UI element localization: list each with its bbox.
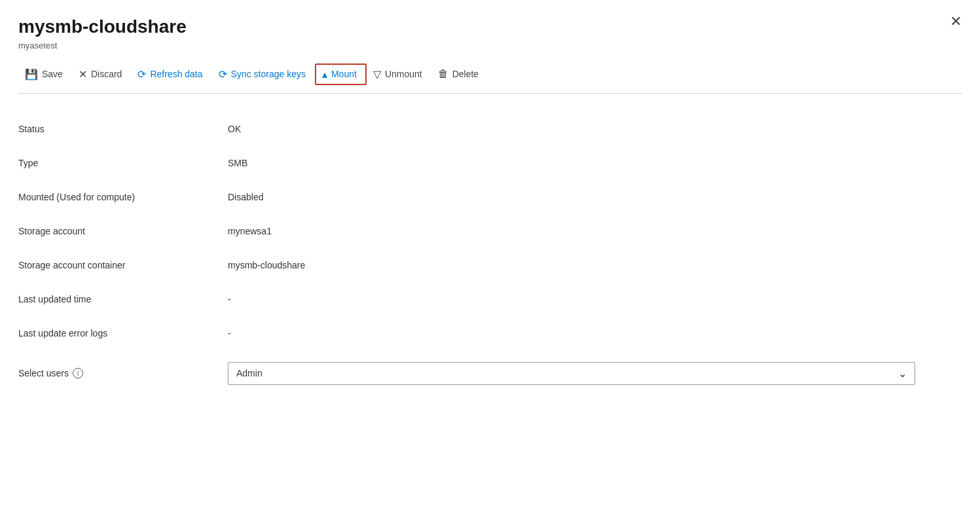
- discard-button[interactable]: ✕ Discard: [72, 64, 131, 84]
- save-icon: 💾: [25, 68, 38, 81]
- field-value-status: OK: [228, 112, 962, 146]
- field-value-storage-account: mynewsa1: [228, 214, 962, 248]
- toolbar: 💾 Save ✕ Discard ⟳ Refresh data ⟳ Sync s…: [18, 64, 962, 94]
- field-label-select-users: Select users i: [18, 350, 228, 397]
- select-users-info-icon[interactable]: i: [73, 368, 83, 378]
- select-users-dropdown[interactable]: Admin ⌄: [228, 362, 915, 385]
- refresh-icon: ⟳: [137, 68, 146, 81]
- close-button[interactable]: ✕: [950, 14, 962, 29]
- delete-button[interactable]: 🗑 Delete: [431, 64, 488, 84]
- chevron-down-icon: ⌄: [898, 367, 907, 380]
- field-value-error-logs: -: [228, 316, 962, 350]
- panel-title: mysmb-cloudshare: [18, 16, 962, 38]
- field-value-type: SMB: [228, 146, 962, 180]
- field-label-last-updated: Last updated time: [18, 282, 228, 316]
- unmount-button[interactable]: ▽ Unmount: [367, 64, 431, 84]
- save-button[interactable]: 💾 Save: [18, 64, 72, 84]
- sync-button[interactable]: ⟳ Sync storage keys: [212, 64, 315, 84]
- panel-subtitle: myasetest: [18, 41, 962, 50]
- discard-icon: ✕: [79, 68, 87, 81]
- mount-button[interactable]: ▴ Mount: [315, 64, 367, 85]
- field-value-storage-container: mysmb-cloudshare: [228, 248, 962, 282]
- select-users-value: Admin: [236, 368, 263, 378]
- refresh-button[interactable]: ⟳ Refresh data: [131, 64, 211, 84]
- mount-icon: ▴: [322, 68, 327, 81]
- field-label-mounted: Mounted (Used for compute): [18, 180, 228, 214]
- content-area: Status OK Type SMB Mounted (Used for com…: [18, 112, 962, 397]
- field-value-mounted: Disabled: [228, 180, 962, 214]
- delete-icon: 🗑: [438, 68, 448, 80]
- sync-icon: ⟳: [219, 68, 227, 81]
- field-label-error-logs: Last update error logs: [18, 316, 228, 350]
- unmount-icon: ▽: [373, 68, 381, 81]
- field-label-storage-container: Storage account container: [18, 248, 228, 282]
- detail-panel: mysmb-cloudshare myasetest ✕ 💾 Save ✕ Di…: [0, 0, 980, 529]
- field-label-type: Type: [18, 146, 228, 180]
- field-value-select-users: Admin ⌄: [228, 350, 962, 397]
- field-value-last-updated: -: [228, 282, 962, 316]
- close-icon: ✕: [950, 13, 962, 29]
- field-label-status: Status: [18, 112, 228, 146]
- field-label-storage-account: Storage account: [18, 214, 228, 248]
